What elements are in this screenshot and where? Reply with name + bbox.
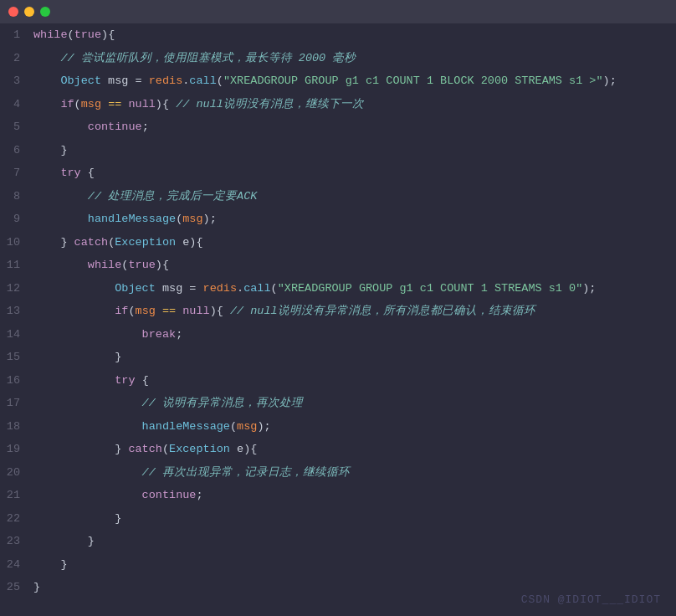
code-line: 22 } bbox=[0, 507, 676, 531]
punc-token: ); bbox=[257, 420, 270, 433]
code-line: 18 handleMessage(msg); bbox=[0, 415, 676, 439]
dot-red[interactable] bbox=[8, 7, 18, 17]
line-content: } bbox=[32, 507, 676, 531]
punc-token: ; bbox=[176, 328, 182, 341]
op-token: == bbox=[101, 98, 128, 110]
kw-token: continue bbox=[33, 489, 196, 501]
punc-token: { bbox=[81, 167, 95, 179]
line-number: 4 bbox=[0, 93, 32, 116]
fn-token: call bbox=[243, 282, 270, 295]
line-number: 12 bbox=[0, 277, 32, 300]
code-line: 1while(true){ bbox=[0, 23, 676, 47]
punc-token: ( bbox=[68, 28, 74, 41]
code-line: 15 } bbox=[0, 346, 676, 369]
punc-token: ){ bbox=[189, 236, 202, 249]
punc-token: ){ bbox=[243, 443, 257, 455]
var-token: msg bbox=[237, 420, 257, 433]
line-content: } catch(Exception e){ bbox=[32, 438, 676, 461]
code-line: 13 if(msg == null){ // null说明没有异常消息，所有消息… bbox=[0, 300, 676, 323]
cls-token: Exception bbox=[169, 443, 230, 455]
kw-token: catch bbox=[128, 443, 162, 455]
line-content: continue; bbox=[32, 116, 676, 139]
line-number: 25 bbox=[0, 576, 32, 599]
kw-token: if bbox=[33, 98, 74, 110]
line-number: 16 bbox=[0, 369, 32, 393]
line-content: // 尝试监听队列，使用阻塞模式，最长等待 2000 毫秒 bbox=[32, 47, 676, 70]
punc-token: } bbox=[33, 512, 121, 525]
code-line: 7 try { bbox=[0, 162, 676, 185]
code-line: 10 } catch(Exception e){ bbox=[0, 231, 676, 254]
code-line: 14 break; bbox=[0, 323, 676, 346]
kw-token: null bbox=[128, 98, 155, 110]
line-number: 1 bbox=[0, 23, 32, 47]
line-content: } bbox=[32, 553, 676, 577]
punc-token: ){ bbox=[156, 259, 169, 271]
code-line: 17 // 说明有异常消息，再次处理 bbox=[0, 392, 676, 415]
line-number: 24 bbox=[0, 553, 32, 577]
line-content: break; bbox=[32, 323, 676, 346]
fn-token: call bbox=[189, 74, 216, 87]
kw-token: try bbox=[33, 374, 136, 387]
punc-token: } bbox=[33, 443, 128, 455]
code-line: 12 Object msg = redis.call("XREADGROUP G… bbox=[0, 277, 676, 300]
cls-token: Object bbox=[33, 282, 156, 295]
plain-token: e bbox=[230, 443, 243, 455]
kw-token: try bbox=[33, 167, 81, 179]
plain-token: e bbox=[176, 236, 189, 249]
punc-token: } bbox=[33, 351, 121, 363]
kw-token: while bbox=[33, 259, 121, 271]
line-number: 23 bbox=[0, 530, 32, 553]
dot-yellow[interactable] bbox=[24, 7, 34, 17]
line-content: try { bbox=[32, 162, 676, 185]
line-number: 17 bbox=[0, 392, 32, 415]
op-token: == bbox=[156, 305, 182, 317]
kw-token: while bbox=[33, 28, 68, 41]
line-content: if(msg == null){ // null说明没有异常消息，所有消息都已确… bbox=[32, 300, 676, 323]
line-number: 13 bbox=[0, 300, 32, 323]
punc-token: ); bbox=[582, 282, 596, 295]
punc-token: ; bbox=[142, 121, 149, 133]
code-line: 21 continue; bbox=[0, 484, 676, 507]
punc-token: } bbox=[33, 535, 95, 547]
code-line: 4 if(msg == null){ // null说明没有消息，继续下一次 bbox=[0, 93, 676, 116]
plain-token: msg = bbox=[101, 74, 149, 87]
line-number: 7 bbox=[0, 162, 32, 185]
line-number: 5 bbox=[0, 116, 32, 139]
line-number: 14 bbox=[0, 323, 32, 346]
line-content: } bbox=[32, 139, 676, 162]
code-line: 16 try { bbox=[0, 369, 676, 393]
code-line: 6 } bbox=[0, 139, 676, 162]
var-token: redis bbox=[149, 74, 183, 87]
line-content: while(true){ bbox=[32, 254, 676, 277]
line-number: 22 bbox=[0, 507, 32, 531]
line-number: 8 bbox=[0, 185, 32, 208]
line-number: 19 bbox=[0, 438, 32, 461]
var-token: redis bbox=[203, 282, 238, 295]
line-content: try { bbox=[32, 369, 676, 393]
line-content: // 说明有异常消息，再次处理 bbox=[32, 392, 676, 415]
kw-token: true bbox=[74, 28, 101, 41]
kw-token: continue bbox=[33, 121, 142, 133]
str-token: "XREADGROUP GROUP g1 c1 COUNT 1 BLOCK 20… bbox=[223, 74, 603, 87]
var-token: msg bbox=[182, 213, 202, 225]
cls-token: Object bbox=[33, 74, 101, 87]
punc-token: { bbox=[136, 374, 149, 387]
dot-green[interactable] bbox=[40, 7, 50, 17]
cmt-cn-token: // 说明有异常消息，再次处理 bbox=[33, 397, 303, 409]
punc-token: ); bbox=[203, 213, 217, 225]
var-token: msg bbox=[136, 305, 156, 317]
kw-token: break bbox=[33, 328, 176, 341]
punc-token: ( bbox=[74, 98, 81, 110]
punc-token: ; bbox=[196, 489, 202, 501]
punc-token: ( bbox=[271, 282, 278, 295]
code-line: 8 // 处理消息，完成后一定要ACK bbox=[0, 185, 676, 208]
line-number: 20 bbox=[0, 461, 32, 485]
punc-token: . bbox=[237, 282, 243, 295]
line-number: 3 bbox=[0, 69, 32, 93]
punc-token: ( bbox=[128, 305, 135, 317]
plain-token: msg = bbox=[156, 282, 203, 295]
punc-token: ( bbox=[162, 443, 169, 455]
line-number: 18 bbox=[0, 415, 32, 439]
code-line: 19 } catch(Exception e){ bbox=[0, 438, 676, 461]
kw-token: true bbox=[128, 259, 155, 271]
